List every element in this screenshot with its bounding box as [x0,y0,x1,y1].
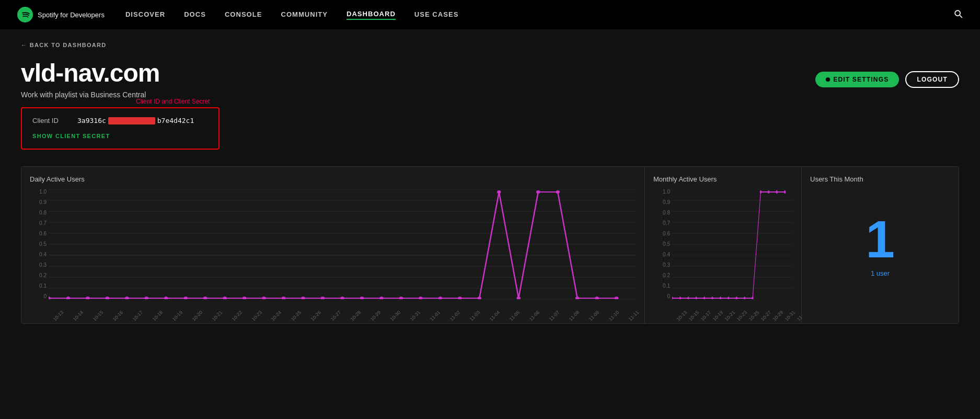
edit-dot [826,77,830,82]
edit-settings-button[interactable]: EDIT SETTINGS [815,72,899,87]
client-id-value: 3a9316c b7e4d42c1 [77,117,194,124]
svg-point-15 [106,297,109,299]
daily-svg-wrapper [49,189,636,299]
svg-point-25 [301,297,305,299]
svg-point-17 [145,297,148,299]
svg-point-40 [595,297,598,299]
users-count-label: 1 user [871,269,890,277]
daily-y-axis: 1.0 0.9 0.8 0.7 0.6 0.5 0.4 0.3 0.2 0.1 … [30,189,49,299]
monthly-chart-area: 1.0 0.9 0.8 0.7 0.6 0.5 0.4 0.3 0.2 0.1 … [653,189,793,315]
logo-text: Spotify for Developers [38,11,105,19]
svg-point-12 [49,297,51,299]
nav-community[interactable]: COMMUNITY [281,10,328,19]
nav-use-cases[interactable]: USE CASES [414,10,459,19]
client-secret-hint: Client ID and Client Secret [136,98,210,105]
navbar: Spotify for Developers DISCOVER DOCS CON… [0,0,980,29]
svg-point-60 [728,297,729,299]
logo[interactable]: Spotify for Developers [17,6,105,23]
monthly-svg-wrapper [672,189,793,299]
svg-point-53 [672,297,673,299]
svg-point-32 [439,297,442,299]
monthly-line-chart [672,189,793,299]
svg-point-20 [203,297,207,299]
monthly-y-axis: 1.0 0.9 0.8 0.7 0.6 0.5 0.4 0.3 0.2 0.1 … [653,189,672,299]
svg-point-16 [125,297,129,299]
spotify-logo-icon [17,6,33,23]
client-id-row: Client ID 3a9316c b7e4d42c1 [32,117,208,124]
client-id-section: Client ID and Client Secret Client ID 3a… [21,107,959,150]
svg-point-18 [164,297,168,299]
page-content: EDIT SETTINGS LOGOUT ← BACK TO DASHBOARD… [0,29,980,336]
svg-point-41 [615,297,618,299]
client-id-field-label: Client ID [32,117,69,124]
nav-links: DISCOVER DOCS CONSOLE COMMUNITY DASHBOAR… [125,10,953,20]
nav-console[interactable]: CONSOLE [225,10,262,19]
charts-section: Daily Active Users 1.0 0.9 0.8 0.7 0.6 0… [21,166,959,324]
client-id-prefix: 3a9316c [77,117,106,124]
svg-point-61 [736,297,737,299]
svg-point-54 [679,297,681,299]
svg-point-62 [744,297,745,299]
nav-docs[interactable]: DOCS [184,10,206,19]
daily-line-chart [49,189,636,299]
search-button[interactable] [953,8,963,21]
nav-discover[interactable]: DISCOVER [125,10,165,19]
users-big-number: 1 [866,213,895,265]
svg-point-57 [704,297,705,299]
show-client-secret-button[interactable]: SHOW CLIENT SECRET [32,133,110,139]
svg-point-22 [243,297,246,299]
monthly-active-users-panel: Monthly Active Users 1.0 0.9 0.8 0.7 0.6… [645,167,802,323]
svg-point-55 [687,297,689,299]
nav-dashboard[interactable]: DASHBOARD [347,10,396,20]
users-this-month-panel: Users This Month 1 1 user [802,167,959,323]
svg-point-38 [556,190,559,194]
edit-settings-label: EDIT SETTINGS [833,76,889,83]
client-id-suffix: b7e4d42c1 [157,117,194,124]
users-this-month-title: Users This Month [810,175,863,183]
svg-point-67 [784,190,786,194]
svg-point-64 [760,190,762,194]
redacted-bar-1 [108,117,155,124]
svg-point-21 [223,297,226,299]
svg-point-13 [66,297,70,299]
monthly-x-axis: 10-13 10-15 10-17 10-19 10-21 10-23 10-2… [672,301,793,315]
daily-active-users-panel: Daily Active Users 1.0 0.9 0.8 0.7 0.6 0… [21,167,645,323]
daily-chart-title: Daily Active Users [30,175,636,183]
svg-point-30 [399,297,403,299]
svg-point-34 [478,297,481,299]
svg-point-63 [752,297,753,299]
back-to-dashboard[interactable]: ← BACK TO DASHBOARD [21,42,959,48]
svg-point-29 [379,297,383,299]
svg-point-14 [86,297,89,299]
search-icon [953,8,963,19]
svg-point-59 [720,297,721,299]
svg-point-31 [419,297,422,299]
top-actions: EDIT SETTINGS LOGOUT [815,71,959,88]
svg-point-33 [458,297,462,299]
daily-x-axis: 10-13 10-14 10-15 10-16 10-17 10-18 10-1… [49,301,636,315]
svg-point-36 [516,297,520,299]
monthly-chart-title: Monthly Active Users [653,175,793,183]
svg-point-39 [575,297,579,299]
daily-chart-area: 1.0 0.9 0.8 0.7 0.6 0.5 0.4 0.3 0.2 0.1 … [30,189,636,315]
svg-point-58 [711,297,713,299]
svg-point-19 [184,297,188,299]
logout-button[interactable]: LOGOUT [905,71,959,88]
svg-point-28 [360,297,364,299]
svg-point-24 [282,297,285,299]
svg-point-35 [497,190,501,194]
svg-point-37 [536,190,540,194]
svg-point-27 [340,297,344,299]
svg-point-56 [696,297,697,299]
svg-point-66 [776,190,778,194]
svg-point-23 [262,297,266,299]
client-id-box: Client ID 3a9316c b7e4d42c1 SHOW CLIENT … [21,107,220,150]
svg-point-65 [768,190,769,194]
svg-point-26 [321,297,325,299]
